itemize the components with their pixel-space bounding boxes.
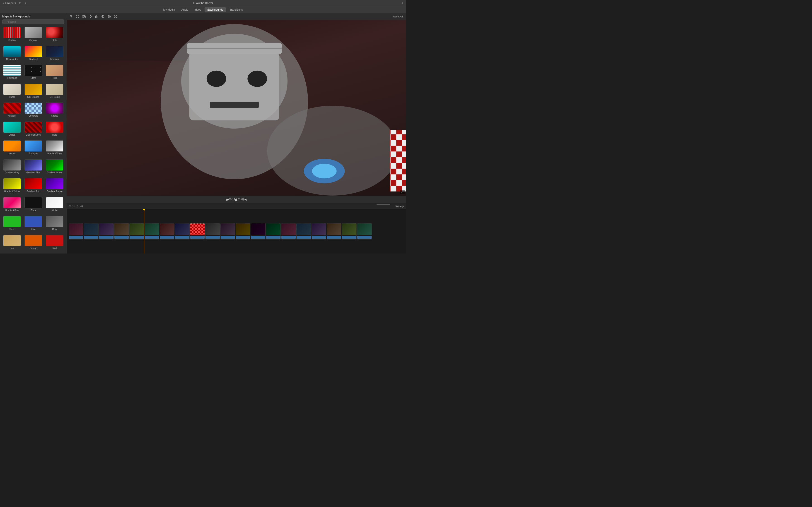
bg-item-abstract[interactable]: Abstract [2,102,22,120]
bg-item-gradient-green[interactable]: Gradient Green [44,159,65,177]
clip-thumb[interactable] [342,223,357,239]
clip-thumb[interactable] [190,223,205,239]
bg-item-gradient-blue[interactable]: Gradient Blue [23,159,44,177]
expand-button[interactable]: ⤢ [400,190,405,194]
clip-thumb[interactable] [114,223,129,239]
bg-item-pinstripes[interactable]: Pinstripes [2,64,22,82]
stabilize-icon[interactable] [100,14,105,19]
volume-icon[interactable] [88,14,93,19]
clip-thumb[interactable] [130,223,144,239]
panel-title: Maps & Backgrounds [2,15,64,18]
bg-thumb-pinstripes [3,65,21,76]
bg-item-checkers[interactable]: Checkers [23,102,44,120]
clip-thumb[interactable] [145,223,159,239]
bg-item-gradient-gray[interactable]: Gradient Gray [2,159,22,177]
bg-item-organic[interactable]: Organic [23,26,44,44]
bg-item-silk-orange[interactable]: Silk-Orange [23,83,44,101]
bg-item-blue[interactable]: Blue [23,215,44,233]
bg-thumb-red [46,235,63,246]
clip-thumb[interactable] [266,223,281,239]
settings-button[interactable]: Settings [395,205,404,208]
clip-thumb[interactable] [69,223,83,239]
bg-item-dots[interactable]: Dots [44,121,65,139]
clip-thumb[interactable] [84,223,99,239]
color-adjust-icon[interactable] [107,14,112,19]
bg-label-gradient-gray: Gradient Gray [5,171,19,174]
timeline-header: 00:11 / 01:02 Settings [67,204,406,209]
clip-thumb[interactable] [311,223,326,239]
bg-item-gray[interactable]: Gray [44,215,65,233]
clip-audio-bar [357,236,371,239]
bg-item-gradient-yellow[interactable]: Gradient Yellow [2,177,22,195]
nav-item-my-media[interactable]: My Media [160,7,177,12]
tool-icons: i [69,14,118,19]
bg-item-white[interactable]: White [44,196,65,215]
panel-header: Maps & Backgrounds 🔍 [0,13,67,25]
bg-item-paper[interactable]: Paper [2,83,22,101]
bg-item-curtain[interactable]: Curtain [2,26,22,44]
reset-all-button[interactable]: Reset All [392,15,404,18]
clip-thumb[interactable] [99,223,114,239]
color-wheel-icon[interactable] [75,14,80,19]
clip-thumb[interactable] [220,223,235,239]
svg-rect-7 [98,16,98,18]
bg-label-gradient-red: Gradient Red [27,190,40,193]
bg-item-mosaic[interactable]: Mosaic [2,139,22,158]
bg-item-gradient-red[interactable]: Gradient Red [23,177,44,195]
camera-icon[interactable] [81,14,86,19]
bg-item-blobs[interactable]: Blobs [44,26,65,44]
bg-item-black[interactable]: Black [23,196,44,215]
bg-item-green[interactable]: Green [2,215,22,233]
bg-item-gradient-pink[interactable]: Gradient Pink [2,196,22,215]
info-icon[interactable]: i [113,14,118,19]
add-clip-button[interactable]: ⊞ [18,1,22,5]
clip-audio-bar [130,236,144,239]
back-button[interactable]: < Projects [2,1,17,5]
bg-item-tan[interactable]: Tan [2,234,22,252]
download-button[interactable]: ↓ [24,1,27,5]
crop-icon[interactable] [69,14,73,19]
bg-label-stars: Stars [31,77,36,79]
bg-item-orange[interactable]: Orange [23,234,44,252]
nav-item-backgrounds[interactable]: Backgrounds [205,7,226,12]
bg-thumb-black [24,197,42,209]
bg-item-gradient[interactable]: Gradient [23,45,44,63]
bg-item-silk-beige[interactable]: Silk-Beige [44,83,65,101]
clip-thumb-inner [175,223,189,235]
nav-item-audio[interactable]: Audio [179,7,191,12]
clip-thumb[interactable] [236,223,250,239]
bg-item-gradient-white[interactable]: Gradient White [44,139,65,158]
bg-item-red[interactable]: Red [44,234,65,252]
share-button[interactable]: ↑ [401,1,404,5]
audio-eq-icon[interactable] [94,14,99,19]
clip-thumb[interactable] [296,223,311,239]
clip-thumb-inner [357,223,371,235]
clip-thumb[interactable] [205,223,220,239]
clip-audio-bar [84,236,98,239]
bg-item-cubes[interactable]: Cubes [2,121,22,139]
clip-thumb[interactable] [327,223,342,239]
svg-point-26 [207,71,226,87]
clip-thumb[interactable] [251,223,265,239]
zoom-slider[interactable] [376,204,390,205]
nav-item-titles[interactable]: Titles [192,7,204,12]
bg-thumb-gray [46,216,63,227]
bg-item-circles[interactable]: Circles [44,102,65,120]
bg-item-underwater[interactable]: Underwater [2,45,22,63]
clip-thumb[interactable] [175,223,190,239]
timeline-content[interactable]: ♪ [67,209,406,253]
bg-item-gradient-purple[interactable]: Gradient Purple [44,177,65,195]
clip-thumb[interactable] [160,223,174,239]
clip-thumb[interactable] [281,223,296,239]
bg-item-industrial[interactable]: Industrial [44,45,65,63]
bg-item-stars[interactable]: Stars [23,64,44,82]
clip-thumb[interactable] [357,223,372,239]
search-input[interactable] [2,19,64,24]
nav-item-transitions[interactable]: Transitions [227,7,245,12]
clip-audio-bar [145,236,159,239]
bg-item-diagonal-lines[interactable]: Diagonal Lines [23,121,44,139]
bg-item-triangles[interactable]: Triangles [23,139,44,158]
bg-label-paper: Paper [9,96,15,99]
clip-thumb-inner [342,223,356,235]
bg-item-retro[interactable]: Retro [44,64,65,82]
